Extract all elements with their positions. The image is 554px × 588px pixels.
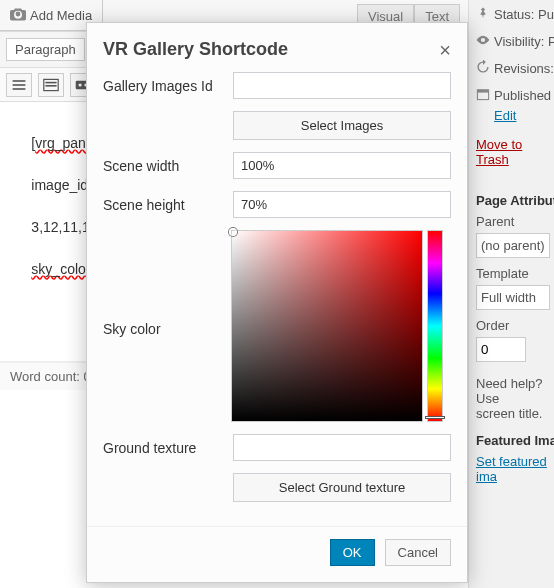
color-hue-slider[interactable] bbox=[427, 230, 443, 422]
cancel-button[interactable]: Cancel bbox=[385, 539, 451, 566]
hue-indicator[interactable] bbox=[425, 416, 445, 419]
ground-texture-label: Ground texture bbox=[103, 434, 225, 456]
scene-height-label: Scene height bbox=[103, 191, 225, 213]
scene-height-input[interactable] bbox=[233, 191, 451, 218]
close-icon[interactable]: × bbox=[439, 40, 451, 60]
vr-gallery-modal: VR Gallery Shortcode × Gallery Images Id… bbox=[86, 22, 468, 583]
scene-width-label: Scene width bbox=[103, 152, 225, 174]
scene-width-input[interactable] bbox=[233, 152, 451, 179]
sky-color-label: Sky color bbox=[103, 315, 223, 337]
select-ground-button[interactable]: Select Ground texture bbox=[233, 473, 451, 502]
gallery-ids-label: Gallery Images Id bbox=[103, 72, 225, 94]
ground-texture-input[interactable] bbox=[233, 434, 451, 461]
select-images-button[interactable]: Select Images bbox=[233, 111, 451, 140]
color-cursor[interactable] bbox=[229, 228, 237, 236]
gallery-ids-input[interactable] bbox=[233, 72, 451, 99]
ok-button[interactable]: OK bbox=[330, 539, 375, 566]
color-sv-panel[interactable] bbox=[231, 230, 423, 422]
color-picker[interactable] bbox=[231, 230, 451, 422]
modal-title: VR Gallery Shortcode bbox=[103, 39, 288, 60]
